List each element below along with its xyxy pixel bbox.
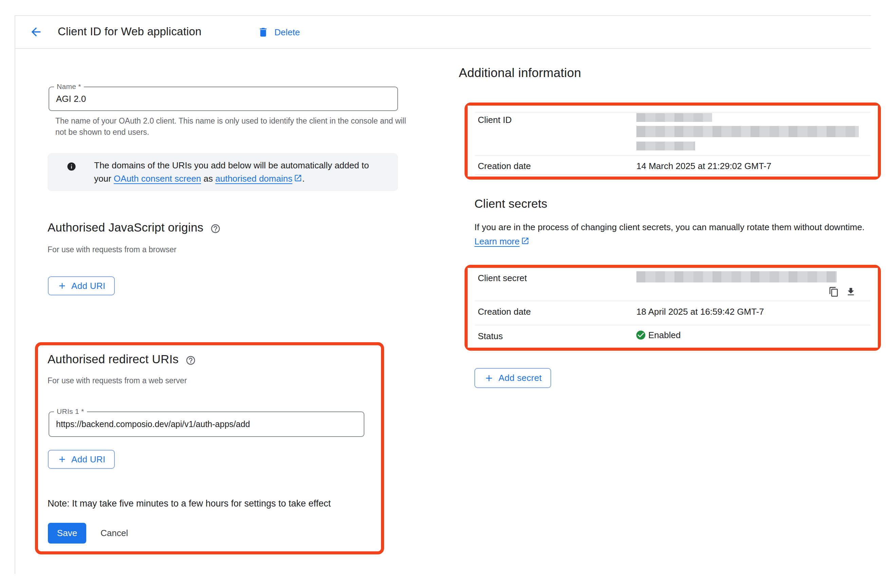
js-origins-subtitle: For use with requests from a browser xyxy=(48,245,177,254)
name-field[interactable]: Name * AGI 2.0 xyxy=(48,87,398,111)
copy-secret-button[interactable] xyxy=(827,285,840,298)
download-secret-button[interactable] xyxy=(844,285,857,298)
table-divider xyxy=(475,301,870,301)
external-link-icon xyxy=(521,235,530,249)
cancel-button[interactable]: Cancel xyxy=(95,523,134,543)
oauth-consent-screen-link[interactable]: OAuth consent screen xyxy=(114,174,201,184)
secret-creation-date-label: Creation date xyxy=(478,306,531,317)
back-arrow-icon xyxy=(29,25,43,40)
client-id-redacted-line-2 xyxy=(636,126,859,137)
external-link-icon xyxy=(294,173,302,186)
redirect-uri-field-value: https://backend.composio.dev/api/v1/auth… xyxy=(56,412,250,436)
js-origins-heading: Authorised JavaScript origins xyxy=(48,220,221,234)
download-icon xyxy=(846,286,856,297)
redirect-uris-heading: Authorised redirect URIs xyxy=(48,352,196,366)
page-top-border xyxy=(15,15,871,16)
banner-text-after: . xyxy=(302,174,305,184)
add-uri-redirect-label: Add URI xyxy=(71,454,105,465)
authorised-domains-link[interactable]: authorised domains xyxy=(215,174,293,184)
status-value: Enabled xyxy=(648,330,680,340)
client-secrets-title: Client secrets xyxy=(474,197,548,210)
content-left-border xyxy=(15,15,15,574)
check-circle-icon xyxy=(635,330,646,340)
settings-note: Note: It may take five minutes to a few … xyxy=(48,498,331,509)
help-icon[interactable] xyxy=(210,224,221,234)
table-divider xyxy=(475,112,870,112)
plus-icon xyxy=(57,281,67,291)
plus-icon xyxy=(484,373,494,383)
back-button[interactable] xyxy=(29,25,44,40)
info-icon xyxy=(66,162,77,173)
name-field-value: AGI 2.0 xyxy=(56,87,86,110)
creation-date-label: Creation date xyxy=(478,161,531,171)
add-uri-button-redirect[interactable]: Add URI xyxy=(48,450,115,469)
add-uri-origins-label: Add URI xyxy=(71,281,105,291)
add-secret-label: Add secret xyxy=(498,373,542,383)
name-help-text: The name of your OAuth 2.0 client. This … xyxy=(56,116,408,138)
secret-creation-date-value: 18 April 2025 at 16:59:42 GMT-7 xyxy=(636,306,764,317)
delete-label: Delete xyxy=(275,27,300,38)
banner-text-mid: as xyxy=(201,174,215,184)
redirect-uri-field[interactable]: URIs 1 * https://backend.composio.dev/ap… xyxy=(48,411,365,437)
help-icon[interactable] xyxy=(185,355,196,366)
client-secret-redacted xyxy=(636,271,837,282)
client-secret-label: Client secret xyxy=(478,273,527,284)
client-id-redacted-line-1 xyxy=(636,113,712,122)
redirect-uris-subtitle: For use with requests from a web server xyxy=(48,376,187,386)
client-id-card: Client ID Creation date 14 March 2025 at… xyxy=(468,106,878,177)
table-divider xyxy=(475,325,870,325)
page-title: Client ID for Web application xyxy=(58,25,201,38)
js-origins-title: Authorised JavaScript origins xyxy=(48,220,203,234)
table-divider xyxy=(475,174,870,175)
client-secret-card: Client secret Creation date 18 April 202… xyxy=(468,268,878,348)
info-banner: The domains of the URIs you add below wi… xyxy=(48,153,398,191)
trash-icon xyxy=(257,27,269,38)
creation-date-value: 14 March 2025 at 21:29:02 GMT-7 xyxy=(636,161,771,171)
annotation-box-redirect-uris xyxy=(35,342,384,554)
additional-information-title: Additional information xyxy=(459,66,581,80)
status-badge: Enabled xyxy=(635,330,680,340)
status-label: Status xyxy=(478,331,503,342)
add-uri-button-origins[interactable]: Add URI xyxy=(48,276,115,296)
client-id-redacted-line-3 xyxy=(636,142,695,150)
delete-button[interactable]: Delete xyxy=(257,23,300,41)
cancel-label: Cancel xyxy=(101,528,128,538)
client-secrets-description-text: If you are in the process of changing cl… xyxy=(474,222,864,232)
plus-icon xyxy=(57,454,67,464)
copy-icon xyxy=(828,286,839,297)
page: Client ID for Web application Delete Nam… xyxy=(0,0,887,588)
client-id-label: Client ID xyxy=(478,115,512,125)
header-divider xyxy=(15,48,871,49)
redirect-uris-title: Authorised redirect URIs xyxy=(48,352,179,366)
client-secrets-description: If you are in the process of changing cl… xyxy=(474,220,877,249)
learn-more-link[interactable]: Learn more xyxy=(474,236,519,246)
table-divider xyxy=(475,155,870,156)
save-label: Save xyxy=(57,528,77,538)
banner-text: The domains of the URIs you add below wi… xyxy=(94,159,386,186)
add-secret-button[interactable]: Add secret xyxy=(474,368,551,388)
save-button[interactable]: Save xyxy=(48,523,86,543)
